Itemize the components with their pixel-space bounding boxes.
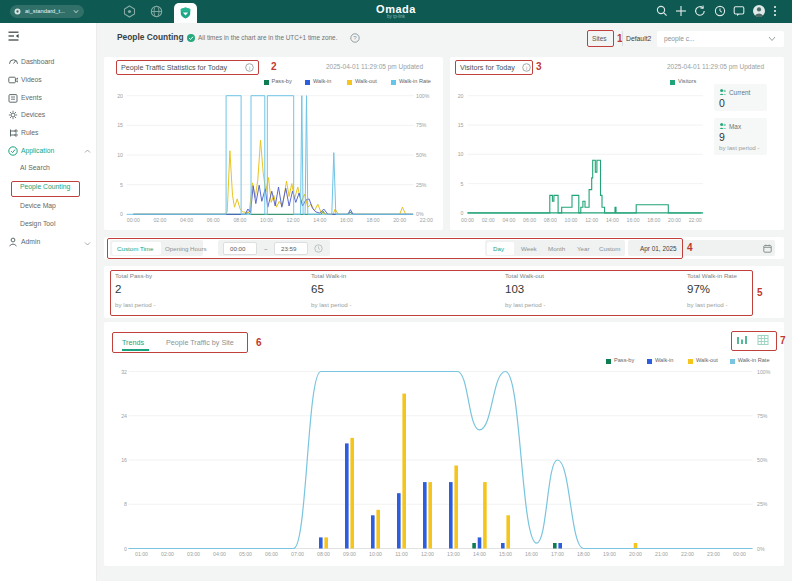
svg-text:02:00: 02:00 (482, 217, 495, 223)
svg-text:04:00: 04:00 (213, 551, 226, 557)
svg-text:12:00: 12:00 (421, 551, 434, 557)
svg-text:20:00: 20:00 (629, 551, 642, 557)
svg-text:16: 16 (121, 457, 127, 463)
svg-text:16:00: 16:00 (340, 217, 353, 223)
svg-text:22:00: 22:00 (420, 217, 433, 223)
svg-text:22:00: 22:00 (689, 217, 702, 223)
svg-text:14:00: 14:00 (606, 217, 619, 223)
svg-text:18:00: 18:00 (647, 217, 660, 223)
svg-text:15: 15 (117, 122, 123, 128)
svg-text:100%: 100% (757, 369, 771, 375)
svg-text:50%: 50% (416, 152, 427, 158)
svg-text:50%: 50% (757, 457, 768, 463)
svg-text:06:00: 06:00 (265, 551, 278, 557)
svg-text:20: 20 (458, 93, 464, 99)
svg-text:0: 0 (124, 546, 127, 552)
svg-text:10:00: 10:00 (565, 217, 578, 223)
svg-text:02:00: 02:00 (153, 217, 166, 223)
svg-text:15:00: 15:00 (499, 551, 512, 557)
svg-text:5: 5 (461, 181, 464, 187)
svg-text:14:00: 14:00 (313, 217, 326, 223)
svg-text:00:00: 00:00 (461, 217, 474, 223)
svg-text:09:00: 09:00 (343, 551, 356, 557)
svg-text:22:00: 22:00 (681, 551, 694, 557)
svg-text:16:00: 16:00 (525, 551, 538, 557)
svg-text:06:00: 06:00 (207, 217, 220, 223)
svg-text:14:00: 14:00 (473, 551, 486, 557)
svg-text:25%: 25% (416, 182, 427, 188)
svg-text:?: ? (353, 35, 357, 41)
svg-text:5: 5 (120, 182, 123, 188)
svg-text:07:00: 07:00 (291, 551, 304, 557)
svg-text:8: 8 (124, 501, 127, 507)
svg-text:10: 10 (458, 151, 464, 157)
svg-text:20:00: 20:00 (668, 217, 681, 223)
svg-text:20: 20 (117, 93, 123, 99)
svg-text:04:00: 04:00 (180, 217, 193, 223)
svg-text:17:00: 17:00 (551, 551, 564, 557)
svg-text:00:00: 00:00 (127, 217, 140, 223)
svg-text:32: 32 (121, 369, 127, 375)
svg-text:18:00: 18:00 (577, 551, 590, 557)
svg-text:04:00: 04:00 (502, 217, 515, 223)
svg-text:75%: 75% (416, 122, 427, 128)
svg-text:75%: 75% (757, 413, 768, 419)
svg-text:0: 0 (120, 211, 123, 217)
svg-text:02:00: 02:00 (161, 551, 174, 557)
svg-text:19:00: 19:00 (603, 551, 616, 557)
svg-text:00:00: 00:00 (733, 551, 746, 557)
svg-text:0: 0 (461, 210, 464, 216)
svg-text:23:00: 23:00 (707, 551, 720, 557)
svg-text:15: 15 (458, 122, 464, 128)
svg-text:18:00: 18:00 (367, 217, 380, 223)
svg-text:03:00: 03:00 (187, 551, 200, 557)
svg-text:08:00: 08:00 (233, 217, 246, 223)
svg-text:13:00: 13:00 (447, 551, 460, 557)
svg-text:21:00: 21:00 (655, 551, 668, 557)
svg-text:06:00: 06:00 (523, 217, 536, 223)
svg-text:05:00: 05:00 (239, 551, 252, 557)
svg-text:0%: 0% (757, 546, 765, 552)
svg-text:12:00: 12:00 (287, 217, 300, 223)
svg-text:20:00: 20:00 (393, 217, 406, 223)
svg-text:01:00: 01:00 (135, 551, 148, 557)
svg-text:100%: 100% (416, 93, 430, 99)
svg-text:25%: 25% (757, 501, 768, 507)
svg-text:08:00: 08:00 (544, 217, 557, 223)
svg-text:10: 10 (117, 152, 123, 158)
svg-text:08:00: 08:00 (317, 551, 330, 557)
svg-text:11:00: 11:00 (395, 551, 408, 557)
svg-text:24: 24 (121, 413, 127, 419)
svg-text:16:00: 16:00 (627, 217, 640, 223)
svg-text:10:00: 10:00 (369, 551, 382, 557)
svg-text:10:00: 10:00 (260, 217, 273, 223)
svg-text:12:00: 12:00 (585, 217, 598, 223)
